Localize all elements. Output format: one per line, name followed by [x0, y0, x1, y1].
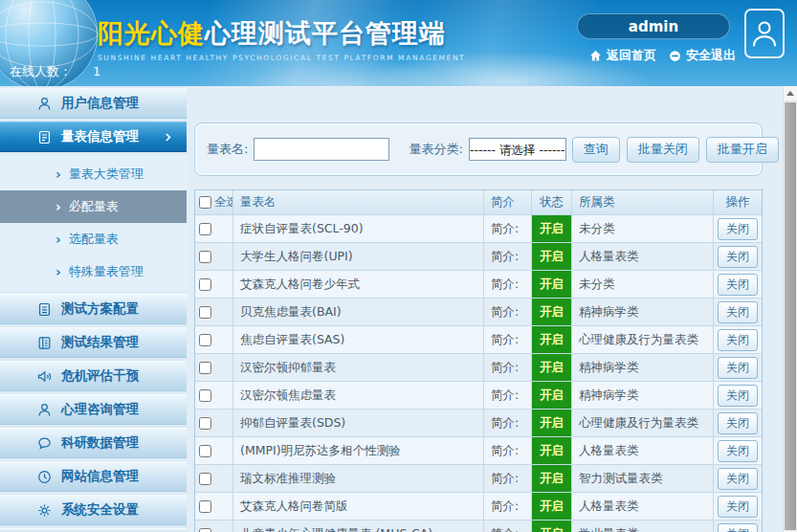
close-button[interactable]: 关闭	[718, 385, 758, 407]
action-cell: 关闭	[714, 465, 762, 492]
report-icon	[36, 335, 53, 351]
status-badge: 开启	[540, 499, 564, 515]
close-button[interactable]: 关闭	[718, 329, 758, 351]
status-badge: 开启	[540, 221, 564, 237]
scale-name: 儿童青少年心理健康量表 (MHS-CA)	[233, 521, 484, 532]
close-button[interactable]: 关闭	[718, 468, 758, 490]
status-badge: 开启	[540, 526, 564, 532]
row-checkbox[interactable]	[199, 389, 211, 402]
scale-intro-link[interactable]: 简介:	[484, 410, 532, 436]
home-link-label: 返回首页	[607, 47, 656, 64]
vertical-scrollbar[interactable]	[783, 86, 797, 532]
scale-intro-link[interactable]: 简介:	[484, 299, 532, 325]
sidebar-item-label: 量表信息管理	[61, 128, 139, 145]
batch-close-button[interactable]: 批量关闭	[627, 137, 699, 163]
row-checkbox[interactable]	[199, 306, 211, 319]
action-cell: 关闭	[714, 299, 762, 325]
row-checkbox[interactable]	[199, 473, 211, 485]
select-all-checkbox[interactable]	[199, 196, 211, 209]
select-all-label: 全选	[214, 194, 233, 211]
status-cell: 开启	[532, 437, 572, 464]
row-checkbox[interactable]	[199, 223, 211, 235]
sidebar-item-research-data[interactable]: 科研数据管理	[0, 428, 187, 458]
scale-name: 瑞文标准推理测验	[233, 465, 484, 492]
row-checkbox[interactable]	[199, 445, 211, 457]
batch-open-button[interactable]: 批量开启	[706, 137, 779, 163]
logout-link[interactable]: 安全退出	[668, 47, 736, 64]
action-cell: 关闭	[714, 326, 762, 353]
row-checkbox[interactable]	[199, 417, 211, 430]
status-badge: 开启	[540, 332, 564, 348]
scale-name-input[interactable]	[254, 138, 389, 161]
close-button[interactable]: 关闭	[718, 523, 758, 532]
table-row: (MMPI)明尼苏达多相个性测验 简介: 开启 人格量表类 关闭	[195, 437, 762, 465]
scale-name: 焦虑自评量表(SAS)	[233, 326, 484, 353]
sidebar-subitem-scale-categories[interactable]: 量表大类管理	[0, 158, 187, 190]
sidebar-subitem-optional-scales[interactable]: 选配量表	[0, 223, 187, 255]
scrollbar-up-button[interactable]	[784, 86, 797, 101]
scale-intro-link[interactable]: 简介:	[484, 382, 532, 409]
table-body: 症状自评量表(SCL-90) 简介: 开启 未分类 关闭 大学生人格问卷(UPI…	[195, 215, 762, 532]
scale-intro-link[interactable]: 简介:	[484, 326, 532, 353]
scale-intro-link[interactable]: 简介:	[484, 437, 532, 464]
row-checkbox-cell	[195, 243, 233, 270]
column-header-name: 量表名	[233, 190, 484, 214]
sidebar-item-crisis-intervention[interactable]: 危机评估干预	[0, 361, 187, 391]
sidebar-item-test-results[interactable]: 测试结果管理	[0, 327, 187, 358]
close-button[interactable]: 关闭	[718, 357, 758, 379]
close-button[interactable]: 关闭	[718, 246, 758, 268]
avatar[interactable]	[744, 9, 785, 58]
user-icon	[36, 402, 53, 418]
up-arrow-icon	[786, 91, 794, 96]
row-checkbox[interactable]	[199, 500, 211, 513]
chevron-right-icon	[162, 131, 174, 144]
close-button[interactable]: 关闭	[718, 496, 758, 518]
sidebar-item-test-plan[interactable]: 测试方案配置	[0, 294, 187, 324]
scrollbar-thumb[interactable]	[785, 102, 796, 530]
sidebar-item-system-security[interactable]: 系统安全设置	[0, 495, 187, 525]
home-icon	[588, 49, 603, 63]
sidebar-subitem-required-scales[interactable]: 必配量表	[0, 190, 187, 223]
status-cell: 开启	[532, 243, 572, 270]
row-checkbox[interactable]	[199, 334, 211, 346]
sidebar-item-label: 网站信息管理	[61, 468, 139, 485]
scale-category: 心理健康及行为量表类	[572, 410, 714, 436]
category-select[interactable]: ------ 请选择 ------	[469, 138, 566, 161]
status-badge: 开启	[540, 443, 564, 459]
scale-intro-link[interactable]: 简介:	[484, 215, 532, 242]
close-button[interactable]: 关闭	[718, 274, 758, 296]
scale-intro-link[interactable]: 简介:	[484, 521, 532, 532]
row-checkbox[interactable]	[199, 362, 211, 374]
sidebar-item-partial[interactable]	[0, 528, 187, 532]
sidebar-item-counseling[interactable]: 心理咨询管理	[0, 394, 187, 425]
brand-name: 阳光心健	[98, 18, 205, 48]
sidebar-item-scale-info[interactable]: 量表信息管理	[0, 122, 187, 152]
scale-intro-link[interactable]: 简介:	[484, 271, 532, 298]
online-count-value: 1	[93, 64, 100, 78]
scale-intro-link[interactable]: 简介:	[484, 493, 532, 520]
close-button[interactable]: 关闭	[718, 412, 758, 434]
sidebar-item-label: 用户信息管理	[61, 95, 139, 112]
scale-intro-link[interactable]: 简介:	[484, 243, 532, 270]
close-button[interactable]: 关闭	[718, 440, 758, 462]
search-button[interactable]: 查询	[572, 137, 620, 163]
header: 阳光心健心理测试平台管理端 SUNSHINE HEART HEALTHY PSY…	[0, 0, 797, 86]
row-checkbox[interactable]	[199, 251, 211, 263]
scale-intro-link[interactable]: 简介:	[484, 465, 532, 492]
status-cell: 开启	[532, 299, 572, 325]
row-checkbox-cell	[195, 326, 233, 353]
close-button[interactable]: 关闭	[718, 218, 758, 240]
row-checkbox[interactable]	[199, 528, 211, 532]
home-link[interactable]: 返回首页	[588, 47, 656, 64]
scale-category: 精神病学类	[572, 354, 714, 381]
sidebar-subitem-special-scales[interactable]: 特殊量表管理	[0, 255, 187, 288]
scale-intro-link[interactable]: 简介:	[484, 354, 532, 381]
scales-table: 全选 量表名 简介 状态 所属类 操作 症状自评量表(SCL-90) 简介: 开…	[194, 189, 763, 532]
sidebar-item-user-info[interactable]: 用户信息管理	[0, 88, 187, 119]
status-cell: 开启	[532, 271, 572, 298]
close-button[interactable]: 关闭	[718, 301, 758, 323]
table-row: 儿童青少年心理健康量表 (MHS-CA) 简介: 开启 学业量表类 关闭	[195, 521, 762, 532]
row-checkbox[interactable]	[199, 278, 211, 291]
sidebar-item-website-info[interactable]: 网站信息管理	[0, 461, 187, 492]
filter-bar: 量表名: 量表分类: ------ 请选择 ------ 查询 批量关闭 批量开…	[194, 122, 763, 176]
